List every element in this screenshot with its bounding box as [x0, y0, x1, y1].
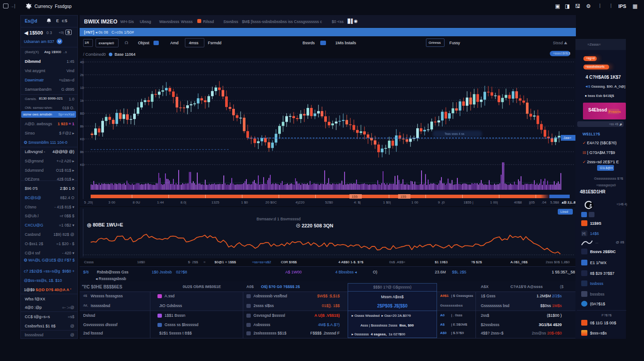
svg-text:4D: 4D: [80, 61, 84, 64]
svg-text:-1ss=: -1ss=: [563, 136, 571, 140]
svg-text:8b: 8b: [80, 125, 84, 128]
svg-text:Tsss ssss 4 ss: Tsss ssss 4 ss: [445, 132, 464, 135]
svg-text:1D: 1D: [80, 86, 84, 89]
svg-text:2b: 2b: [80, 73, 84, 77]
svg-text:155: 155: [352, 195, 358, 199]
svg-text:8b: 8b: [80, 150, 84, 154]
svg-text:1b: 1b: [80, 99, 84, 102]
svg-text:KD: KD: [80, 163, 84, 166]
svg-text:KD: KD: [80, 138, 84, 141]
svg-text:BD: BD: [80, 112, 84, 115]
svg-text:155: 155: [400, 195, 406, 199]
